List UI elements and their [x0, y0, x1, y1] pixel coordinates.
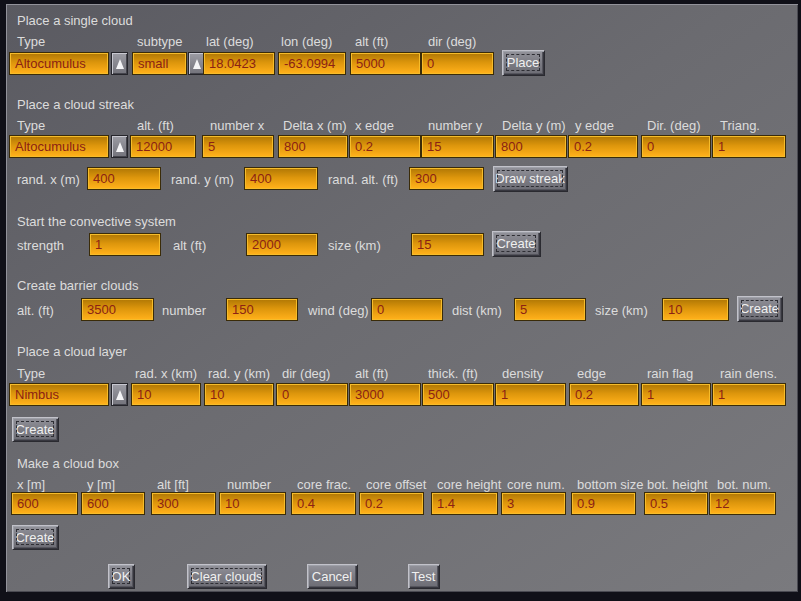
layer-edge-input[interactable]	[570, 384, 638, 405]
label-density: density	[502, 366, 543, 381]
barrier-wind-input[interactable]	[372, 299, 442, 320]
label-core-num: core num.	[507, 477, 565, 492]
barrier-create-button[interactable]: Create	[737, 296, 782, 321]
streak-number-x-input[interactable]	[203, 136, 273, 157]
layer-rad-y-input[interactable]	[205, 384, 273, 405]
rand-x-input[interactable]	[88, 168, 160, 189]
cancel-button[interactable]: Cancel	[307, 564, 357, 588]
place-button[interactable]: Place	[502, 50, 544, 75]
clear-clouds-button[interactable]: Clear clouds	[187, 564, 266, 588]
single-lon-input[interactable]	[279, 53, 345, 74]
section-title-convective: Start the convective system	[17, 214, 176, 229]
single-subtype-dropdown-arrow-icon[interactable]	[189, 53, 204, 74]
single-lat-input[interactable]	[204, 53, 274, 74]
label-conv-size: size (km)	[328, 238, 381, 253]
label-bottom-size: bottom size	[577, 477, 643, 492]
layer-density-input[interactable]	[496, 384, 565, 405]
conv-size-input[interactable]	[412, 234, 483, 255]
label-rand-x: rand. x (m)	[17, 172, 80, 187]
layer-type-select[interactable]: Nimbus	[10, 384, 108, 405]
box-number-input[interactable]	[220, 493, 285, 514]
label-rad-x: rad. x (km)	[135, 366, 197, 381]
strength-input[interactable]	[90, 234, 160, 255]
label-barrier-dist: dist (km)	[452, 303, 502, 318]
layer-dir-input[interactable]	[277, 384, 347, 405]
label-box-alt: alt [ft]	[157, 477, 189, 492]
single-alt-input[interactable]	[351, 53, 420, 74]
label-barrier-size: size (km)	[595, 303, 648, 318]
convective-create-button[interactable]: Create	[492, 231, 540, 256]
streak-alt-input[interactable]	[131, 136, 195, 157]
layer-alt-input[interactable]	[350, 384, 420, 405]
streak-delta-x-input[interactable]	[279, 136, 347, 157]
box-core-offset-input[interactable]	[360, 493, 423, 514]
box-core-frac-input[interactable]	[292, 493, 355, 514]
streak-triang-input[interactable]	[713, 136, 785, 157]
streak-number-y-input[interactable]	[422, 136, 493, 157]
conv-alt-input[interactable]	[247, 234, 317, 255]
streak-delta-y-input[interactable]	[496, 136, 566, 157]
rand-alt-input[interactable]	[410, 168, 483, 189]
label-thick: thick. (ft)	[428, 366, 478, 381]
label-rad-y: rad. y (km)	[208, 366, 270, 381]
layer-rain-flag-input[interactable]	[642, 384, 710, 405]
label-rand-alt: rand. alt. (ft)	[328, 172, 398, 187]
layer-create-button[interactable]: Create	[12, 417, 58, 441]
label-core-height: core height	[437, 477, 501, 492]
box-core-height-input[interactable]	[432, 493, 497, 514]
single-type-dropdown-arrow-icon[interactable]	[112, 53, 127, 74]
single-subtype-select[interactable]: small	[133, 53, 186, 74]
label-delta-x: Delta x (m)	[283, 118, 347, 133]
box-bottom-size-input[interactable]	[572, 493, 635, 514]
label-barrier-alt: alt. (ft)	[17, 303, 54, 318]
label-lat: lat (deg)	[206, 34, 254, 49]
layer-rain-dens-input[interactable]	[713, 384, 785, 405]
label-streak-type: Type	[17, 118, 45, 133]
box-create-button[interactable]: Create	[12, 525, 58, 549]
label-layer-type: Type	[17, 366, 45, 381]
label-layer-alt: alt (ft)	[355, 366, 388, 381]
label-bot-height: bot. height	[647, 477, 708, 492]
streak-x-edge-input[interactable]	[350, 136, 420, 157]
draw-streak-button[interactable]: Draw streak	[493, 166, 567, 191]
box-bot-num-input[interactable]	[710, 493, 775, 514]
test-button[interactable]: Test	[408, 564, 439, 588]
streak-y-edge-input[interactable]	[569, 136, 637, 157]
streak-type-dropdown-arrow-icon[interactable]	[112, 136, 127, 157]
cloud-dialog-window: Place a single cloud Type subtype lat (d…	[0, 0, 801, 601]
single-type-select[interactable]: Altocumulus	[10, 53, 108, 74]
layer-type-dropdown-arrow-icon[interactable]	[112, 384, 127, 405]
barrier-alt-input[interactable]	[82, 299, 153, 320]
label-rand-y: rand. y (m)	[171, 172, 234, 187]
layer-rad-x-input[interactable]	[132, 384, 200, 405]
streak-type-select[interactable]: Altocumulus	[10, 136, 108, 157]
streak-dir-input[interactable]	[642, 136, 710, 157]
box-bot-height-input[interactable]	[645, 493, 707, 514]
box-y-input[interactable]	[82, 493, 144, 514]
barrier-dist-input[interactable]	[515, 299, 585, 320]
section-title-cloud-streak: Place a cloud streak	[17, 97, 134, 112]
section-title-cloud-layer: Place a cloud layer	[17, 344, 127, 359]
box-x-input[interactable]	[12, 493, 77, 514]
barrier-number-input[interactable]	[227, 299, 297, 320]
box-alt-input[interactable]	[152, 493, 215, 514]
label-lon: lon (deg)	[281, 34, 332, 49]
rand-y-input[interactable]	[245, 168, 317, 189]
label-core-frac: core frac.	[297, 477, 351, 492]
label-delta-y: Delta y (m)	[502, 118, 566, 133]
label-barrier-number: number	[162, 303, 206, 318]
layer-thick-input[interactable]	[423, 384, 493, 405]
label-subtype: subtype	[137, 34, 183, 49]
section-title-single-cloud: Place a single cloud	[17, 13, 133, 28]
label-streak-dir: Dir. (deg)	[647, 118, 700, 133]
label-barrier-wind: wind (deg)	[308, 303, 369, 318]
ok-button[interactable]: OK	[108, 564, 134, 588]
section-title-barrier: Create barrier clouds	[17, 278, 138, 293]
label-streak-alt: alt. (ft)	[137, 118, 174, 133]
barrier-size-input[interactable]	[663, 299, 728, 320]
label-box-number: number	[227, 477, 271, 492]
label-alt: alt (ft)	[355, 34, 388, 49]
single-dir-input[interactable]	[422, 53, 493, 74]
box-core-num-input[interactable]	[502, 493, 565, 514]
label-number-x: number x	[210, 118, 264, 133]
